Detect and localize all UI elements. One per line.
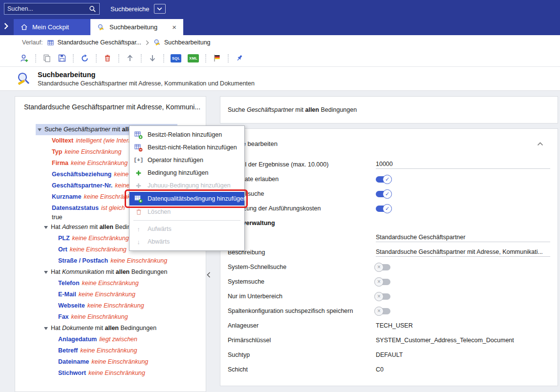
search-scope-dropdown[interactable]: Suchbereiche: [110, 4, 166, 14]
menu-item-juhuuu-bedingung: Juhuuu-Bedingung hinzufügen: [129, 179, 244, 192]
form-row-quicksearch: Schnellsuche: [228, 186, 550, 201]
system-quicksearch-toggle[interactable]: [376, 264, 390, 270]
toolbar-separator: [96, 54, 97, 62]
execution-cost-toggle[interactable]: [376, 206, 390, 212]
menu-item-besitzt-nicht-relation[interactable]: Besitzt-nicht-Relation hinzufügen: [129, 141, 244, 154]
results-limit-input[interactable]: 10000: [376, 161, 550, 169]
add-contact-icon[interactable]: [20, 54, 29, 63]
operator-brackets-icon: [+]: [134, 156, 143, 165]
tree-condition-strasse[interactable]: Straße / Postfachkeine Einschränkung: [24, 255, 206, 267]
tree-condition-fax[interactable]: Faxkeine Einschränkung: [24, 311, 206, 323]
xml-icon[interactable]: XML: [188, 54, 199, 62]
delete-icon[interactable]: [103, 54, 112, 62]
menu-item-aufwaerts: ↑ Aufwärts: [129, 223, 244, 235]
content-chrome: Verlauf: Standardsuche Geschäftspar... S…: [0, 35, 560, 91]
collapse-triangle-icon[interactable]: [44, 226, 48, 229]
search-edit-icon: [97, 23, 105, 31]
table-remove-icon: [134, 144, 143, 152]
form-row-suchtyp: Suchtyp DEFAULT: [228, 348, 550, 362]
duplicates-toggle[interactable]: [376, 176, 390, 183]
menu-item-operator[interactable]: [+] Operator hinzufügen: [129, 154, 244, 166]
menu-item-bedingung[interactable]: Bedingung hinzufügen: [129, 166, 244, 179]
tab-suchbearbeitung[interactable]: Suchbearbeitung ×: [90, 19, 183, 35]
toolbar: SQL XML: [0, 50, 560, 67]
arrow-up-icon: ↑: [134, 225, 143, 233]
global-search-box[interactable]: [4, 3, 100, 15]
chevron-right-icon: [146, 40, 149, 45]
form-row-system-quicksearch: System-Schnellsuche: [228, 260, 550, 274]
name-input[interactable]: Standardsuche Geschäftspartner: [376, 234, 550, 242]
form-row-results-limit: Anzahl der Ergebnisse (max. 10.000) 1000…: [228, 157, 550, 172]
search-summary-panel: Suche Geschäftspartner mit allen Bedingu…: [220, 96, 558, 124]
search-scope-label: Suchbereiche: [110, 5, 150, 13]
search-input[interactable]: [7, 5, 89, 12]
sql-icon[interactable]: SQL: [171, 54, 181, 62]
tree-condition-stichwort[interactable]: Stichwortkeine Einschränkung: [24, 368, 206, 379]
tab-mein-cockpit[interactable]: Mein Cockpit: [14, 19, 90, 35]
form-row-subarea-only: Nur im Unterbereich: [228, 289, 550, 304]
form-row-name: Name Standardsuche Geschäftspartner: [228, 230, 550, 245]
tree-condition-email[interactable]: E-Mailkeine Einschränkung: [24, 289, 206, 300]
description-input[interactable]: Standardsuche Geschäftspartner mit Adres…: [376, 248, 550, 257]
tab-label: Suchbearbeitung: [109, 23, 157, 31]
form-row-duplicates: Duplikate erlauben: [228, 172, 550, 186]
collapse-triangle-icon[interactable]: [44, 327, 48, 330]
save-icon[interactable]: [58, 54, 66, 62]
page-title: Suchbearbeitung: [38, 71, 255, 79]
menu-separator: [133, 220, 240, 221]
subarea-only-toggle[interactable]: [376, 293, 390, 300]
flag-icon[interactable]: [213, 54, 221, 62]
form-row-execution-cost: Schätzung der Ausführungskosten: [228, 201, 550, 216]
tree-panel-title: Standardsuche Geschäftspartner mit Adres…: [24, 103, 206, 111]
search-edit-icon: [17, 71, 31, 86]
collapse-triangle-icon[interactable]: [44, 271, 48, 274]
toolbar-separator: [141, 54, 142, 62]
tree-condition-dateiname[interactable]: Dateinamekeine Einschränkung: [24, 356, 206, 368]
chevron-down-icon: [154, 4, 166, 14]
toolbar-separator: [35, 54, 36, 62]
page-header: Suchbearbeitung Standardsuche Geschäftsp…: [0, 67, 560, 91]
breadcrumb: Verlauf: Standardsuche Geschäftspar... S…: [0, 35, 560, 50]
form-row-schicht: Schicht C0: [228, 362, 550, 377]
tree-condition-webseite[interactable]: Webseitekeine Einschränkung: [24, 300, 206, 311]
move-down-icon[interactable]: [148, 54, 157, 62]
table-add-icon: [134, 195, 143, 203]
schicht-value: C0: [376, 366, 384, 373]
column-config-toggle[interactable]: [376, 308, 390, 314]
quicksearch-toggle[interactable]: [376, 191, 390, 197]
tree-condition-anlagedatum[interactable]: Anlagedatumliegt zwischen: [24, 334, 206, 345]
anlageuser-value: TECH_USER: [376, 322, 413, 329]
move-up-icon[interactable]: [126, 54, 134, 62]
copy-icon[interactable]: [43, 54, 51, 62]
top-search-bar: Suchbereiche: [0, 0, 560, 18]
collapse-triangle-icon[interactable]: [38, 128, 42, 131]
close-icon[interactable]: ×: [172, 23, 176, 31]
chevron-up-icon[interactable]: [537, 140, 543, 147]
tree-node-dokumente[interactable]: Hat Dokumente mit allen Bedingungen: [24, 323, 206, 334]
breadcrumb-item-suchbearbeitung[interactable]: Suchbearbeitung: [153, 39, 211, 46]
menu-item-datenqualitaetsbedingung[interactable]: Datenqualitätsbedingung hinzufügen: [129, 192, 244, 206]
pin-icon[interactable]: [235, 54, 244, 62]
form-row-systemsearch: Systemsuche: [228, 274, 550, 289]
menu-item-besitzt-relation[interactable]: Besitzt-Relation hinzufügen: [129, 128, 244, 141]
tab-bar: Mein Cockpit Suchbearbeitung ×: [0, 18, 560, 35]
plus-disabled-icon: [134, 182, 143, 190]
sidebar-expand-icon[interactable]: [4, 22, 8, 31]
form-row-primary-key: Primärschlüssel SYSTEM_Customer_Address_…: [228, 333, 550, 348]
home-icon: [21, 23, 28, 31]
tree-condition-betreff[interactable]: Betreffkeine Einschränkung: [24, 345, 206, 356]
toolbar-separator: [118, 54, 119, 62]
systemsearch-toggle[interactable]: [376, 279, 390, 285]
tree-node-kommunikation[interactable]: Hat Kommunikation mit allen Bedingungen: [24, 267, 206, 278]
form-row-column-config: Spaltenkonfiguration suchspezifisch spei…: [228, 304, 550, 318]
breadcrumb-item-standardsuche[interactable]: Standardsuche Geschäftspar...: [47, 39, 141, 46]
toolbar-separator: [205, 54, 206, 62]
refresh-icon[interactable]: [80, 54, 89, 63]
panel-collapse-icon[interactable]: [207, 271, 211, 280]
search-icon: [89, 5, 96, 13]
table-add-icon: [134, 131, 143, 139]
trash-icon: [134, 208, 143, 216]
plus-icon: [134, 169, 143, 177]
tree-condition-telefon[interactable]: Telefonkeine Einschränkung: [24, 278, 206, 289]
form-row-beschreibung: Beschreibung Standardsuche Geschäftspart…: [228, 245, 550, 260]
